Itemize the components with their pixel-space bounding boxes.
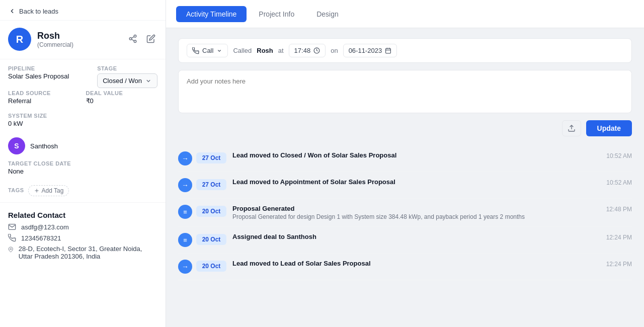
profile-info: Rosh (Commercial) (37, 31, 126, 48)
lead-source-value: Referral (8, 97, 80, 105)
timeline-subtitle: Proposal Generated for design Design 1 w… (232, 213, 600, 220)
timeline-time: 12:24 PM (606, 233, 632, 241)
notes-textarea[interactable] (179, 70, 631, 111)
share-button[interactable] (126, 32, 139, 47)
profile-row: R Rosh (Commercial) (0, 21, 166, 55)
svg-point-0 (134, 35, 136, 37)
timeline-left: → 27 Oct (178, 151, 226, 166)
call-dropdown-icon (216, 48, 222, 54)
timeline-title: Lead moved to Closed / Won of Solar Sale… (232, 151, 600, 159)
timeline-title: Assigned deal to Santhosh (232, 233, 600, 240)
assignee-row: S Santhosh (0, 133, 166, 156)
on-label: on (331, 47, 338, 54)
tabs-bar: Activity Timeline Project Info Design (166, 0, 644, 28)
timeline-content: Proposal Generated Proposal Generated fo… (232, 205, 600, 220)
export-icon (568, 124, 576, 132)
pipeline-label: Pipeline (8, 65, 69, 71)
called-name: Rosh (257, 47, 273, 54)
call-type-select[interactable]: Call (187, 44, 228, 57)
update-row: Update (178, 120, 632, 136)
date-input[interactable]: 06-11-2023 (343, 44, 397, 57)
assignee-name: Santhosh (30, 142, 58, 150)
timeline-time: 12:24 PM (606, 260, 632, 268)
time-input[interactable]: 17:48 (289, 44, 326, 57)
email-icon (8, 223, 16, 231)
svg-line-4 (131, 36, 134, 38)
contact-email-row: asdfg@123.com (0, 221, 166, 232)
svg-point-1 (129, 37, 132, 40)
profile-sub: (Commercial) (37, 41, 126, 48)
target-close-value: None (8, 168, 157, 175)
timeline-item: ≡ 20 Oct Proposal Generated Proposal Gen… (178, 199, 632, 227)
system-size-section: System Size 0 kW (0, 111, 166, 133)
sidebar: Back to leads R Rosh (Commercial) Pipeli… (0, 0, 166, 327)
deal-value-label: Deal Value (86, 90, 158, 96)
date-value: 06-11-2023 (349, 47, 382, 54)
add-tag-label: Add Tag (42, 187, 64, 194)
timeline-time: 12:48 PM (606, 205, 632, 213)
back-label: Back to leads (19, 8, 58, 15)
edit-button[interactable] (144, 32, 157, 47)
lead-source-col: Lead Source Referral (8, 90, 80, 109)
svg-point-2 (134, 40, 136, 43)
location-icon (8, 246, 14, 254)
tags-row: Tags Add Tag (0, 183, 166, 198)
target-close-label: Target Close Date (8, 160, 157, 167)
timeline-item: → 27 Oct Lead moved to Appointment of So… (178, 172, 632, 199)
main-panel: Activity Timeline Project Info Design Ca… (166, 0, 644, 327)
tags-label: Tags (8, 187, 24, 193)
phone-call-icon (192, 47, 199, 54)
timeline-title: Lead moved to Lead of Solar Sales Propos… (232, 260, 600, 267)
contact-email: asdfg@123.com (21, 223, 69, 231)
timeline-title: Proposal Generated (232, 205, 600, 212)
arrow-icon: → (178, 260, 192, 274)
svg-point-7 (10, 249, 12, 250)
system-size-value: 0 kW (8, 120, 157, 127)
add-tag-button[interactable]: Add Tag (28, 185, 69, 196)
timeline-left: → 20 Oct (178, 260, 226, 274)
lead-source-label: Lead Source (8, 90, 80, 96)
timeline-item: ≡ 20 Oct Assigned deal to Santhosh 12:24… (178, 227, 632, 254)
contact-address-row: 28-D, Ecotech-I, Sector 31, Greater Noid… (0, 243, 166, 262)
timeline-content: Assigned deal to Santhosh (232, 233, 600, 240)
related-contact-heading: Related Contact (0, 207, 166, 221)
lead-deal-row: Lead Source Referral Deal Value ₹0 (0, 88, 166, 111)
timeline: → 27 Oct Lead moved to Closed / Won of S… (178, 145, 632, 280)
export-button[interactable] (562, 120, 581, 136)
pipeline-value: Solar Sales Proposal (8, 72, 69, 80)
content-area: Call Called Rosh at 17:48 on 06-11-2023 (166, 28, 644, 327)
timeline-title: Lead moved to Appointment of Solar Sales… (232, 178, 600, 186)
doc-icon: ≡ (178, 233, 192, 247)
stage-col: Stage Closed / Won (97, 65, 157, 88)
clock-icon (313, 47, 320, 54)
timeline-content: Lead moved to Lead of Solar Sales Propos… (232, 260, 600, 267)
avatar: R (8, 28, 31, 51)
back-to-leads-button[interactable]: Back to leads (0, 0, 166, 21)
deal-value-col: Deal Value ₹0 (86, 90, 158, 109)
calendar-icon (385, 47, 391, 54)
update-button[interactable]: Update (586, 120, 632, 136)
timeline-date: 20 Oct (196, 234, 226, 245)
tab-project-info[interactable]: Project Info (249, 6, 304, 22)
contact-phone-row: 12345678321 (0, 232, 166, 243)
pipeline-stage-row: Pipeline Solar Sales Proposal Stage Clos… (0, 63, 166, 88)
timeline-left: ≡ 20 Oct (178, 205, 226, 219)
arrow-icon: → (178, 151, 192, 166)
timeline-item: → 27 Oct Lead moved to Closed / Won of S… (178, 145, 632, 172)
timeline-time: 10:52 AM (606, 178, 632, 186)
assignee-avatar: S (8, 137, 25, 154)
at-label: at (278, 47, 284, 54)
phone-icon (8, 234, 16, 242)
profile-name: Rosh (37, 31, 126, 41)
notes-area-wrapper (178, 70, 632, 113)
timeline-time: 10:52 AM (606, 151, 632, 159)
profile-actions (126, 32, 157, 47)
stage-select[interactable]: Closed / Won (97, 73, 157, 88)
tab-design[interactable]: Design (306, 6, 349, 22)
svg-line-3 (131, 39, 134, 41)
called-label: Called (233, 47, 252, 54)
pipeline-col: Pipeline Solar Sales Proposal (8, 65, 69, 84)
tab-activity-timeline[interactable]: Activity Timeline (176, 6, 247, 22)
timeline-left: ≡ 20 Oct (178, 233, 226, 247)
doc-icon: ≡ (178, 205, 192, 219)
